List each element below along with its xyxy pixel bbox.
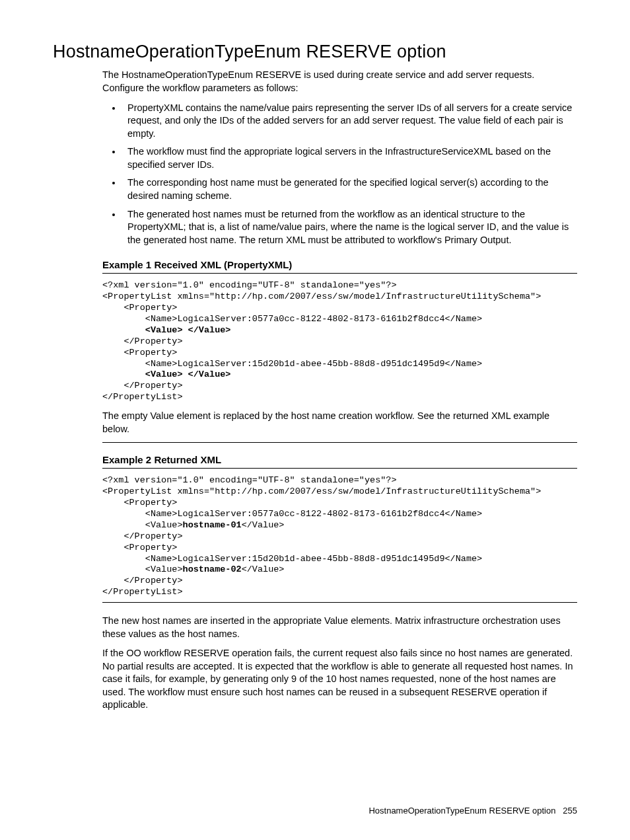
section-heading: HostnameOperationTypeEnum RESERVE option (53, 40, 577, 63)
example1-code: <?xml version="1.0" encoding="UTF-8" sta… (102, 280, 577, 403)
intro-paragraph: The HostnameOperationTypeEnum RESERVE is… (102, 69, 577, 95)
example2-title: Example 2 Returned XML (102, 453, 577, 467)
example1-title: Example 1 Received XML (PropertyXML) (102, 258, 577, 272)
example1-after-text: The empty Value element is replaced by t… (102, 410, 577, 436)
divider (102, 442, 577, 443)
divider (102, 602, 577, 603)
divider (102, 273, 577, 274)
divider (102, 468, 577, 469)
paragraph: The new host names are inserted in the a… (102, 615, 577, 640)
list-item: The workflow must find the appropriate l… (122, 145, 577, 171)
list-item: PropertyXML contains the name/value pair… (122, 102, 577, 141)
bullet-list: PropertyXML contains the name/value pair… (102, 102, 577, 247)
list-item: The corresponding host name must be gene… (122, 176, 577, 202)
example2-code: <?xml version="1.0" encoding="UTF-8" sta… (102, 475, 577, 598)
paragraph: If the OO workflow RESERVE operation fai… (102, 647, 577, 712)
list-item: The generated host names must be returne… (122, 208, 577, 247)
